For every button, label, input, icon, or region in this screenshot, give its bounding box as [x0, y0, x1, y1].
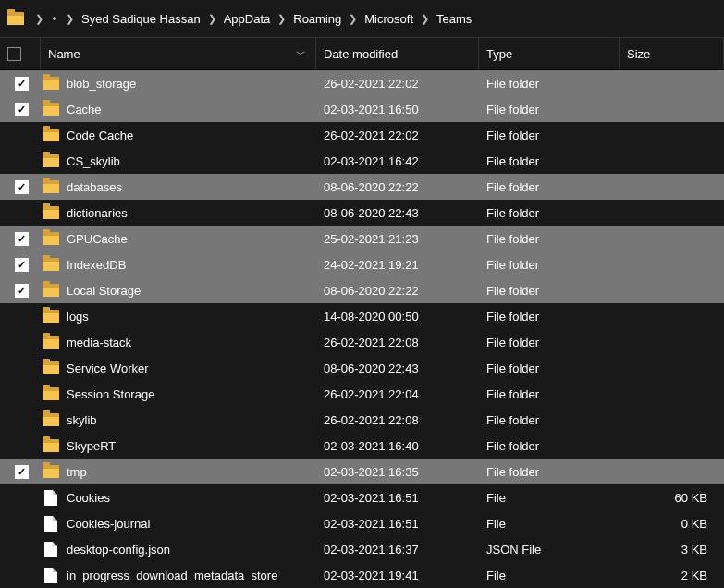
table-row[interactable]: SkypeRT02-03-2021 16:40File folder: [0, 433, 724, 459]
item-type: File folder: [479, 103, 620, 116]
item-type: File folder: [479, 77, 620, 91]
item-name: Code Cache: [67, 129, 133, 142]
item-date: 08-06-2020 22:22: [316, 284, 479, 298]
chevron-right-icon: ❯: [206, 13, 218, 25]
item-date: 02-03-2021 16:35: [316, 465, 479, 479]
table-row[interactable]: Code Cache26-02-2021 22:02File folder: [0, 122, 724, 148]
table-row[interactable]: Local Storage08-06-2020 22:22File folder: [0, 277, 724, 303]
table-row[interactable]: skylib26-02-2021 22:08File folder: [0, 407, 724, 433]
table-row[interactable]: logs14-08-2020 00:50File folder: [0, 303, 724, 329]
item-date: 08-06-2020 22:43: [316, 361, 479, 375]
column-header-type[interactable]: Type: [479, 38, 620, 69]
breadcrumb-item[interactable]: Syed Sadique Hassan: [81, 12, 201, 26]
chevron-right-icon: ❯: [64, 13, 76, 25]
item-date: 02-03-2021 16:51: [316, 517, 479, 531]
row-checkbox[interactable]: [15, 258, 29, 272]
row-checkbox[interactable]: [15, 103, 29, 116]
column-header-name[interactable]: Name ﹀: [41, 38, 316, 69]
column-label: Size: [627, 47, 650, 61]
folder-icon: [43, 77, 59, 90]
row-checkbox[interactable]: [15, 284, 29, 298]
table-row[interactable]: databases08-06-2020 22:22File folder: [0, 174, 724, 200]
row-checkbox[interactable]: [15, 232, 29, 246]
table-row[interactable]: tmp02-03-2021 16:35File folder: [0, 459, 724, 484]
file-list: blob_storage26-02-2021 22:02File folderC…: [0, 70, 724, 588]
breadcrumb-item[interactable]: Microsoft: [364, 12, 413, 26]
folder-icon: [43, 206, 59, 219]
table-row[interactable]: Cookies02-03-2021 16:51File60 KB: [0, 484, 724, 510]
breadcrumb-item[interactable]: Roaming: [293, 12, 341, 26]
item-date: 24-02-2021 19:21: [316, 258, 479, 272]
folder-icon: [43, 103, 59, 116]
item-name: Cookies-journal: [67, 517, 150, 531]
item-type: File folder: [479, 413, 620, 427]
item-type: File folder: [479, 258, 620, 272]
item-size: 60 KB: [620, 491, 724, 505]
item-name: Cookies: [67, 491, 110, 505]
chevron-down-icon[interactable]: ﹀: [296, 47, 306, 61]
table-row[interactable]: in_progress_download_metadata_store02-03…: [0, 562, 724, 588]
breadcrumb[interactable]: ❯ ❯ Syed Sadique Hassan ❯ AppData ❯ Roam…: [0, 0, 724, 37]
column-header-date[interactable]: Date modified: [316, 38, 479, 69]
item-size: 3 KB: [620, 543, 724, 557]
row-checkbox[interactable]: [15, 180, 29, 194]
item-date: 02-03-2021 19:41: [316, 569, 479, 582]
item-name: logs: [67, 310, 89, 324]
item-type: File folder: [479, 129, 620, 142]
folder-icon: [43, 413, 59, 426]
item-date: 02-03-2021 16:42: [316, 154, 479, 168]
folder-icon: [43, 284, 59, 297]
chevron-right-icon: ❯: [419, 13, 431, 25]
ellipsis-crumb[interactable]: [53, 17, 56, 20]
column-header-row: Name ﹀ Date modified Type Size: [0, 37, 724, 70]
item-name: tmp: [67, 465, 87, 479]
item-name: blob_storage: [67, 77, 136, 91]
row-checkbox[interactable]: [15, 77, 29, 91]
breadcrumb-item[interactable]: AppData: [224, 12, 271, 26]
table-row[interactable]: Cookies-journal02-03-2021 16:51File0 KB: [0, 510, 724, 536]
folder-icon: [43, 439, 59, 452]
table-row[interactable]: blob_storage26-02-2021 22:02File folder: [0, 70, 724, 96]
item-type: File folder: [479, 361, 620, 375]
item-type: File folder: [479, 180, 620, 194]
item-size: 2 KB: [620, 569, 724, 582]
table-row[interactable]: desktop-config.json02-03-2021 16:37JSON …: [0, 536, 724, 562]
item-name: skylib: [67, 413, 97, 427]
select-all-checkbox[interactable]: [0, 38, 41, 69]
item-name: SkypeRT: [67, 439, 116, 453]
table-row[interactable]: IndexedDB24-02-2021 19:21File folder: [0, 251, 724, 277]
item-date: 14-08-2020 00:50: [316, 310, 479, 324]
item-type: JSON File: [479, 543, 620, 557]
table-row[interactable]: Service Worker08-06-2020 22:43File folde…: [0, 355, 724, 381]
item-name: desktop-config.json: [67, 543, 170, 557]
table-row[interactable]: Session Storage26-02-2021 22:04File fold…: [0, 381, 724, 407]
item-name: databases: [67, 180, 122, 194]
item-name: CS_skylib: [67, 154, 120, 168]
chevron-right-icon: ❯: [347, 13, 359, 25]
item-name: GPUCache: [67, 232, 128, 246]
table-row[interactable]: media-stack26-02-2021 22:08File folder: [0, 329, 724, 355]
column-header-size[interactable]: Size: [620, 38, 724, 69]
folder-icon: [43, 258, 59, 271]
item-date: 26-02-2021 22:02: [316, 129, 479, 142]
file-icon: [44, 542, 57, 557]
table-row[interactable]: Cache02-03-2021 16:50File folder: [0, 96, 724, 122]
column-label: Date modified: [324, 47, 398, 61]
item-name: dictionaries: [67, 206, 128, 220]
folder-icon: [7, 12, 24, 25]
table-row[interactable]: GPUCache25-02-2021 21:23File folder: [0, 226, 724, 251]
table-row[interactable]: dictionaries08-06-2020 22:43File folder: [0, 200, 724, 226]
breadcrumb-item[interactable]: Teams: [436, 12, 472, 26]
item-name: Session Storage: [67, 387, 154, 401]
item-type: File folder: [479, 232, 620, 246]
column-label: Name: [48, 47, 80, 61]
table-row[interactable]: CS_skylib02-03-2021 16:42File folder: [0, 148, 724, 174]
item-name: in_progress_download_metadata_store: [67, 569, 277, 582]
row-checkbox[interactable]: [15, 465, 29, 479]
item-date: 08-06-2020 22:22: [316, 180, 479, 194]
item-type: File folder: [479, 284, 620, 298]
item-type: File: [479, 569, 620, 582]
item-type: File folder: [479, 439, 620, 453]
folder-icon: [43, 310, 59, 323]
item-type: File folder: [479, 336, 620, 349]
